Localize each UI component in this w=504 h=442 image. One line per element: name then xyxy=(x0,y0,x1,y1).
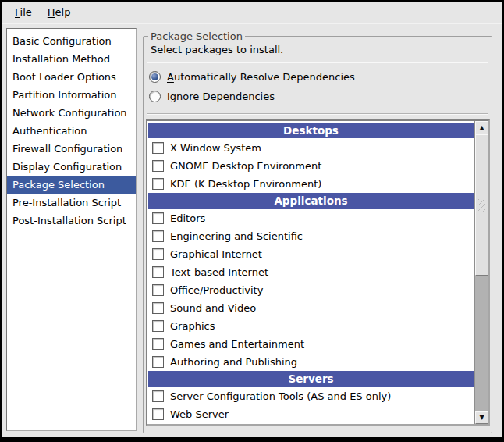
sidebar-item-boot-loader-options[interactable]: Boot Loader Options xyxy=(7,68,136,86)
up-arrow-icon: ▲ xyxy=(479,124,484,131)
description-text: Select packages to install. xyxy=(151,44,283,55)
menu-item-label: ile xyxy=(20,6,32,18)
package-selection-frame: Package Selection Select packages to ins… xyxy=(143,36,492,433)
sidebar-item-firewall-configuration[interactable]: Firewall Configuration xyxy=(7,140,136,158)
sidebar-item-installation-method[interactable]: Installation Method xyxy=(7,50,136,68)
scrollbar-track[interactable] xyxy=(475,276,488,411)
package-group-header-servers: Servers xyxy=(148,371,474,387)
package-item-sound-and-video[interactable]: Sound and Video xyxy=(147,299,474,317)
package-item-label: KDE (K Desktop Environment) xyxy=(170,178,321,190)
package-item-x-window-system[interactable]: X Window System xyxy=(147,139,474,157)
config-sidebar: Basic ConfigurationInstallation MethodBo… xyxy=(6,28,137,431)
package-item-graphics[interactable]: Graphics xyxy=(147,317,474,335)
package-item-engineering-and-scientific[interactable]: Engineering and Scientific xyxy=(147,227,474,245)
radio-label: Ignore Dependencies xyxy=(167,91,275,102)
package-group-header-applications: Applications xyxy=(148,193,474,209)
package-item-label: Sound and Video xyxy=(170,302,256,314)
package-item-label: GNOME Desktop Environment xyxy=(170,160,321,172)
sidebar-item-pre-installation-script[interactable]: Pre-Installation Script xyxy=(7,194,136,212)
package-item-authoring-and-publishing[interactable]: Authoring and Publishing xyxy=(147,353,474,371)
package-item-label: Server Configuration Tools (AS and ES on… xyxy=(170,390,391,402)
package-item-label: Graphics xyxy=(170,320,215,332)
package-item-games-and-entertainment[interactable]: Games and Entertainment xyxy=(147,335,474,353)
package-item-graphical-internet[interactable]: Graphical Internet xyxy=(147,245,474,263)
radio-button-icon[interactable] xyxy=(149,91,161,102)
checkbox-icon[interactable] xyxy=(152,338,164,350)
package-item-gnome-desktop-environment[interactable]: GNOME Desktop Environment xyxy=(147,157,474,175)
menu-item-file[interactable]: File xyxy=(7,2,40,23)
package-list: Desktops X Window System GNOME Desktop E… xyxy=(146,119,490,426)
package-item-text-based-internet[interactable]: Text-based Internet xyxy=(147,263,474,281)
checkbox-icon[interactable] xyxy=(152,142,164,154)
sidebar-item-network-configuration[interactable]: Network Configuration xyxy=(7,104,136,122)
checkbox-icon[interactable] xyxy=(152,320,164,332)
checkbox-icon[interactable] xyxy=(152,356,164,368)
radio-option-automatically-resolve-dependencies[interactable]: Automatically Resolve Dependencies xyxy=(149,67,485,87)
scrollbar-down-button[interactable]: ▼ xyxy=(475,411,488,424)
scrollbar-up-button[interactable]: ▲ xyxy=(475,121,488,134)
package-item-label: Text-based Internet xyxy=(170,266,268,278)
checkbox-icon[interactable] xyxy=(152,178,164,190)
package-item-label: Graphical Internet xyxy=(170,248,262,260)
radio-button-icon[interactable] xyxy=(149,71,161,83)
package-item-label: Authoring and Publishing xyxy=(170,356,297,368)
package-item-label: Engineering and Scientific xyxy=(170,230,303,242)
checkbox-icon[interactable] xyxy=(152,230,164,242)
checkbox-icon[interactable] xyxy=(152,266,164,278)
menubar: FileHelp xyxy=(2,2,502,23)
package-item-editors[interactable]: Editors xyxy=(147,209,474,227)
radio-label: Automatically Resolve Dependencies xyxy=(167,71,355,83)
sidebar-item-basic-configuration[interactable]: Basic Configuration xyxy=(7,32,136,50)
menu-item-help[interactable]: Help xyxy=(40,2,79,23)
dependency-radio-group: Automatically Resolve Dependencies Ignor… xyxy=(149,67,485,106)
checkbox-icon[interactable] xyxy=(152,390,164,402)
package-item-label: Games and Entertainment xyxy=(170,338,304,350)
vertical-scrollbar[interactable]: ▲ ▼ xyxy=(474,121,488,424)
package-item-server-configuration-tools-as-and-es-only[interactable]: Server Configuration Tools (AS and ES on… xyxy=(147,387,474,405)
radio-option-ignore-dependencies[interactable]: Ignore Dependencies xyxy=(149,87,485,106)
package-item-label: Web Server xyxy=(170,408,229,420)
frame-title: Package Selection xyxy=(148,30,245,43)
menu-item-label: elp xyxy=(55,6,71,18)
sidebar-item-package-selection[interactable]: Package Selection xyxy=(7,176,136,194)
sidebar-item-authentication[interactable]: Authentication xyxy=(7,122,136,140)
checkbox-icon[interactable] xyxy=(152,212,164,224)
separator xyxy=(147,113,488,115)
package-item-label: X Window System xyxy=(170,142,261,154)
menu-item-accel: H xyxy=(48,6,55,18)
separator xyxy=(147,62,488,63)
package-item-office-productivity[interactable]: Office/Productivity xyxy=(147,281,474,299)
package-list-content: Desktops X Window System GNOME Desktop E… xyxy=(147,121,474,424)
package-item-label: Office/Productivity xyxy=(170,284,263,296)
checkbox-icon[interactable] xyxy=(152,248,164,260)
package-item-kde-k-desktop-environment[interactable]: KDE (K Desktop Environment) xyxy=(147,175,474,193)
app-window: FileHelp Basic ConfigurationInstallation… xyxy=(2,2,502,437)
sidebar-item-post-installation-script[interactable]: Post-Installation Script xyxy=(7,212,136,230)
checkbox-icon[interactable] xyxy=(152,302,164,314)
checkbox-icon[interactable] xyxy=(152,284,164,296)
package-group-header-desktops: Desktops xyxy=(148,123,474,138)
down-arrow-icon: ▼ xyxy=(479,414,484,421)
checkbox-icon[interactable] xyxy=(152,408,164,420)
sidebar-item-partition-information[interactable]: Partition Information xyxy=(7,86,136,104)
package-item-label: Editors xyxy=(170,212,205,224)
checkbox-icon[interactable] xyxy=(152,160,164,172)
scrollbar-thumb[interactable] xyxy=(475,134,488,276)
sidebar-item-display-configuration[interactable]: Display Configuration xyxy=(7,158,136,176)
package-item-web-server[interactable]: Web Server xyxy=(147,405,474,423)
